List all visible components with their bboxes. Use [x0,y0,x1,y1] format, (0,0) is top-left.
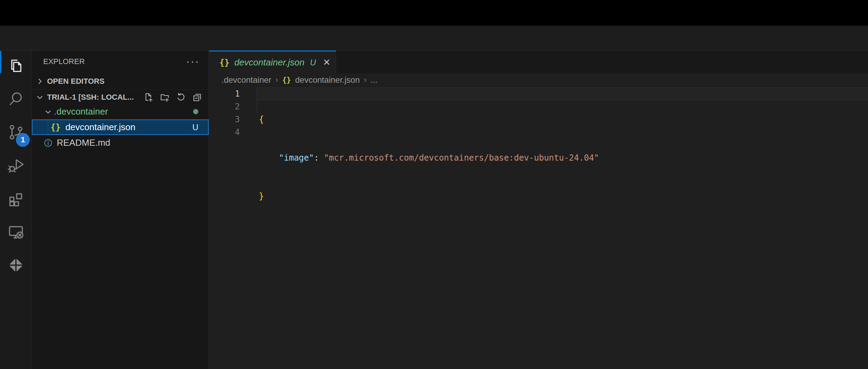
breadcrumb-symbol[interactable]: ... [371,75,378,85]
workspace-section-header[interactable]: TRIAL-1 [SSH: LOCAL... [32,89,209,105]
activity-extensions-button[interactable] [0,186,32,211]
explorer-section-actions [143,92,202,102]
tree-item-readme[interactable]: README.md [32,135,209,151]
json-file-icon: {} [219,58,229,68]
tab-close-button[interactable]: ✕ [323,57,331,68]
breadcrumb-file[interactable]: devcontainer.json [295,75,360,85]
refresh-icon[interactable] [176,92,186,102]
folder-name: .devcontainer [54,106,108,117]
breadcrumb-separator: › [364,75,367,84]
new-file-icon[interactable] [143,92,154,102]
workbench: 1 [0,51,868,369]
activity-remote-explorer-button[interactable] [0,219,32,244]
editor-area: {} devcontainer.json U ✕ .devcontainer ›… [209,51,868,369]
file-name: devcontainer.json [65,122,135,133]
git-untracked-dot [193,109,198,114]
activity-explorer-button[interactable] [0,53,32,78]
tree-indent-guide [48,120,48,134]
tree-item-devcontainer-folder[interactable]: .devcontainer [32,104,209,119]
sidebar-header: EXPLORER ··· [32,51,209,73]
code-editor[interactable]: 1 2 3 4 { "image": "mcr.microsoft.com/de… [209,87,868,369]
extensions-icon [7,190,25,208]
tree-item-devcontainer-json[interactable]: {} devcontainer.json U [32,119,209,135]
screen-top-black-strip [0,0,868,26]
collapse-all-icon[interactable] [192,92,202,102]
code-line-3: } [209,190,868,203]
sidebar-title: EXPLORER [43,57,85,66]
chevron-down-icon [35,93,44,102]
code-line-1: { [209,113,868,126]
tab-devcontainer-json[interactable]: {} devcontainer.json U ✕ [209,51,336,73]
run-and-debug-icon [7,156,25,174]
activity-run-debug-button[interactable] [0,153,32,178]
activity-search-button[interactable] [0,87,32,111]
open-editors-label: OPEN EDITORS [47,77,105,86]
code-line-2: "image": "mcr.microsoft.com/devcontainer… [209,152,868,164]
new-folder-icon[interactable] [160,92,170,102]
chevron-down-icon [44,107,53,116]
tab-git-badge: U [310,58,316,68]
tab-label: devcontainer.json [234,57,305,68]
breadcrumb-folder[interactable]: .devcontainer [221,75,271,85]
file-name: README.md [57,137,110,148]
search-icon [7,90,25,108]
explorer-more-actions-button[interactable]: ··· [186,55,200,67]
code-lines: { "image": "mcr.microsoft.com/devcontain… [209,88,868,267]
breadcrumb: .devcontainer › {} devcontainer.json › .… [209,73,868,87]
activity-source-control-button[interactable]: 1 [0,120,32,145]
activity-containers-button[interactable] [0,253,32,278]
token-string: "mcr.microsoft.com/devcontainers/base:de… [324,153,599,163]
json-file-icon: {} [282,76,291,84]
token-punctuation: : [314,153,324,163]
workspace-name-label: TRIAL-1 [SSH: LOCAL... [47,93,134,102]
breadcrumb-separator: › [275,75,278,84]
token-key: "image" [279,153,314,163]
git-untracked-badge: U [192,123,198,132]
containers-icon [7,256,25,274]
token-whitespace [259,153,279,163]
source-control-badge: 1 [16,133,30,147]
explorer-sidebar: EXPLORER ··· OPEN EDITORS TRIAL-1 [SSH: … [32,51,209,369]
files-icon [7,57,25,75]
chevron-right-icon [35,77,44,86]
token-bracket: { [259,115,264,124]
code-line-4 [209,228,868,241]
tab-bar: {} devcontainer.json U ✕ [209,51,868,73]
info-icon [44,138,53,147]
remote-explorer-icon [7,223,25,241]
activity-bar: 1 [0,51,32,369]
token-bracket: } [259,191,264,201]
open-editors-section-header[interactable]: OPEN EDITORS [32,73,209,89]
json-file-icon: {} [51,123,61,132]
title-bar: Trial-1 [SSH: localhost:32772] [0,26,868,51]
